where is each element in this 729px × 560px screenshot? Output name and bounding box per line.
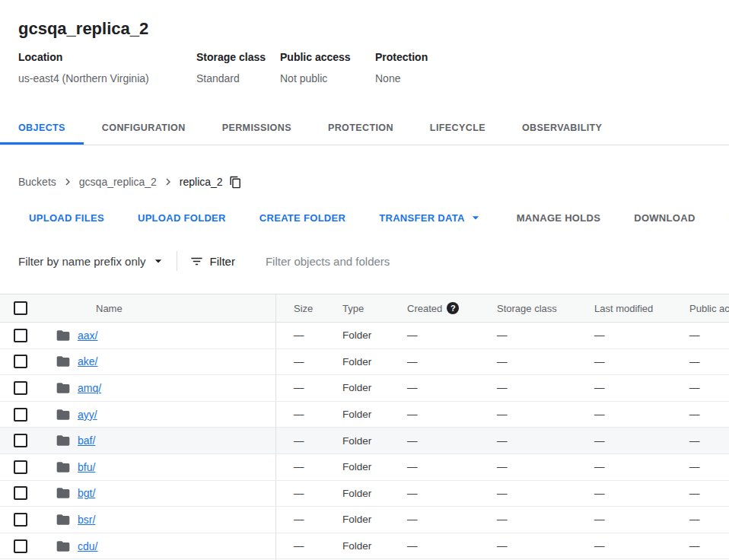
created-cell: — (390, 514, 479, 525)
row-checkbox[interactable] (14, 381, 27, 395)
bucket-tabs: OBJECTS CONFIGURATION PERMISSIONS PROTEC… (0, 113, 729, 145)
column-header-type[interactable]: Type (325, 303, 390, 314)
column-header-public-access[interactable]: Public access (672, 303, 729, 314)
row-checkbox[interactable] (14, 434, 27, 447)
storage-class-cell: — (479, 409, 577, 420)
created-cell: — (390, 329, 479, 341)
created-label: Created (407, 303, 442, 314)
public-access-cell: — (672, 356, 729, 368)
upload-files-button[interactable]: UPLOAD FILES (20, 209, 113, 226)
create-folder-button[interactable]: CREATE FOLDER (250, 209, 355, 226)
public-access-cell: — (672, 461, 729, 473)
download-button[interactable]: DOWNLOAD (625, 209, 704, 226)
copy-icon[interactable] (229, 176, 242, 189)
type-cell: Folder (325, 461, 390, 473)
folder-icon (56, 380, 71, 396)
column-header-created[interactable]: Created ? (390, 302, 479, 314)
filter-input[interactable] (266, 255, 729, 268)
table-row: bsr/ — Folder — — — — (0, 507, 729, 533)
last-modified-cell: — (577, 409, 672, 420)
name-cell: bfu/ (41, 460, 275, 475)
size-cell: — (275, 349, 325, 375)
page-title: gcsqa_replica_2 (18, 20, 729, 38)
column-header-size[interactable]: Size (275, 294, 325, 322)
column-header-last-modified[interactable]: Last modified (577, 303, 672, 314)
manage-holds-button[interactable]: MANAGE HOLDS (508, 209, 610, 226)
public-access-cell: — (672, 409, 729, 420)
folder-link[interactable]: ake/ (78, 355, 97, 368)
column-header-name[interactable]: Name (41, 303, 275, 314)
objects-table: Name Size Type Created ? Storage class L… (0, 294, 729, 560)
type-cell: Folder (325, 435, 390, 447)
table-row: bgt/ — Folder — — — — (0, 481, 729, 508)
filter-bar: Filter by name prefix only Filter (0, 246, 729, 276)
name-cell: bsr/ (41, 512, 275, 527)
folder-link[interactable]: bfu/ (78, 461, 95, 473)
table-row: baf/ — Folder — — — — (0, 428, 729, 454)
table-row: amq/ — Folder — — — — (0, 375, 729, 402)
meta-value: Standard (196, 72, 280, 85)
last-modified-cell: — (577, 514, 672, 525)
tab-lifecycle[interactable]: LIFECYCLE (412, 113, 504, 145)
help-icon[interactable]: ? (447, 302, 459, 314)
folder-icon (56, 407, 71, 422)
folder-link[interactable]: cdu/ (78, 540, 97, 552)
last-modified-cell: — (577, 461, 672, 473)
breadcrumb: Buckets gcsqa_replica_2 replica_2 (0, 174, 729, 189)
dropdown-caret-icon (468, 210, 483, 225)
breadcrumb-buckets[interactable]: Buckets (18, 176, 56, 188)
row-checkbox[interactable] (14, 329, 27, 342)
tab-objects[interactable]: OBJECTS (0, 113, 84, 145)
public-access-cell: — (672, 329, 729, 341)
row-checkbox[interactable] (14, 513, 27, 527)
type-cell: Folder (325, 409, 390, 420)
filter-scope-dropdown[interactable]: Filter by name prefix only (18, 253, 166, 269)
dropdown-caret-icon (151, 253, 166, 269)
meta-value: us-east4 (Northern Virginia) (18, 72, 196, 85)
folder-link[interactable]: baf/ (78, 434, 95, 447)
storage-class-cell: — (479, 461, 577, 473)
upload-folder-button[interactable]: UPLOAD FOLDER (129, 209, 235, 226)
row-checkbox[interactable] (14, 408, 27, 422)
storage-class-cell: — (479, 488, 577, 499)
size-cell: — (275, 375, 325, 401)
objects-toolbar: UPLOAD FILES UPLOAD FOLDER CREATE FOLDER… (0, 209, 729, 226)
filter-label: Filter (210, 255, 235, 268)
tab-permissions[interactable]: PERMISSIONS (204, 113, 310, 145)
filter-scope-label: Filter by name prefix only (18, 255, 146, 268)
tab-observability[interactable]: OBSERVABILITY (504, 113, 620, 145)
row-checkbox[interactable] (14, 355, 27, 368)
folder-link[interactable]: bgt/ (78, 487, 95, 499)
name-cell: cdu/ (41, 539, 275, 554)
folder-link[interactable]: ayy/ (78, 409, 97, 421)
public-access-cell: — (672, 382, 729, 393)
table-row: ayy/ — Folder — — — — (0, 402, 729, 428)
meta-label: Protection (375, 50, 428, 64)
row-checkbox[interactable] (14, 486, 27, 500)
folder-link[interactable]: aax/ (78, 329, 97, 342)
meta-label: Location (18, 50, 196, 64)
table-body: aax/ — Folder — — — — ake/ — Folder — — … (0, 323, 729, 560)
type-cell: Folder (325, 382, 390, 393)
meta-storage-class: Storage class Standard (196, 50, 280, 85)
table-row: cdu/ — Folder — — — — (0, 533, 729, 560)
row-checkbox-cell (0, 486, 41, 500)
created-cell: — (390, 461, 479, 473)
delete-button[interactable]: DELETE (720, 209, 729, 226)
transfer-data-button[interactable]: TRANSFER DATA (370, 209, 492, 226)
column-header-storage-class[interactable]: Storage class (479, 303, 577, 314)
select-all-cell (0, 301, 41, 315)
tab-configuration[interactable]: CONFIGURATION (84, 113, 204, 145)
row-checkbox[interactable] (14, 539, 27, 553)
row-checkbox[interactable] (14, 460, 27, 474)
tab-protection[interactable]: PROTECTION (310, 113, 412, 145)
breadcrumb-bucket-name[interactable]: gcsqa_replica_2 (79, 176, 157, 188)
storage-class-cell: — (479, 435, 577, 447)
bucket-header: gcsqa_replica_2 Location us-east4 (North… (0, 0, 729, 85)
row-checkbox-cell (0, 539, 41, 553)
select-all-checkbox[interactable] (14, 301, 27, 315)
storage-class-cell: — (479, 382, 577, 393)
folder-link[interactable]: amq/ (78, 382, 101, 394)
folder-link[interactable]: bsr/ (78, 514, 95, 526)
row-checkbox-cell (0, 355, 41, 368)
